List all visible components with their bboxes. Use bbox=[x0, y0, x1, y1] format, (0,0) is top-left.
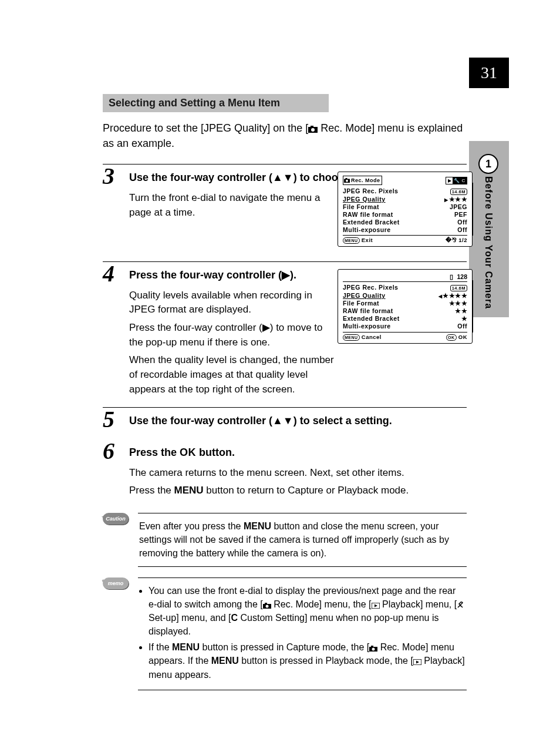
lcd-footer: MENU Cancel OK OK bbox=[343, 332, 467, 341]
step-description: Press the MENU button to return to Captu… bbox=[129, 483, 467, 498]
lcd-menu-row: File Format★★★ bbox=[343, 300, 467, 307]
memo-callout: ✎memo You can use the front e-dial to di… bbox=[103, 577, 467, 690]
caution-icon: ✦Caution bbox=[103, 513, 129, 525]
memo-text: You can use the front e-dial to display … bbox=[138, 577, 467, 690]
lcd-menu-row: RAW file formatPEF bbox=[343, 210, 467, 218]
camera-icon bbox=[263, 603, 271, 609]
lcd-menu-row: Extended BracketOff bbox=[343, 218, 467, 226]
svg-point-8 bbox=[265, 605, 268, 607]
camera-icon bbox=[344, 178, 350, 183]
lcd-scrollbar bbox=[472, 183, 473, 236]
ok-button-icon: OK bbox=[446, 334, 457, 341]
lcd-menu-row: JPEG Rec. Pixels14.6M bbox=[343, 187, 467, 195]
playback-icon bbox=[372, 603, 380, 609]
svg-rect-1 bbox=[311, 126, 313, 127]
lcd-menu-row: Multi-exposureOff bbox=[343, 323, 467, 330]
svg-rect-7 bbox=[265, 603, 267, 605]
step-number: 5 bbox=[103, 408, 114, 431]
step-description: Press the four-way controller (▶) to mov… bbox=[129, 321, 329, 350]
page-number-badge: 31 bbox=[469, 58, 509, 88]
lcd-screen-1: Rec. Mode ▶🔧C JPEG Rec. Pixels14.6MJPEG … bbox=[338, 172, 473, 247]
step-description: When the quality level is changed, the n… bbox=[129, 353, 340, 397]
caution-callout: ✦Caution Even after you press the MENU b… bbox=[103, 513, 467, 567]
svg-marker-10 bbox=[375, 604, 377, 607]
step-title: Use the four-way controller (▲▼) to sele… bbox=[129, 414, 467, 428]
svg-rect-4 bbox=[346, 178, 348, 179]
step-title: Press the OK button. bbox=[129, 445, 467, 460]
section-heading: Selecting and Setting a Menu Item bbox=[103, 94, 329, 112]
step-description: The camera returns to the menu screen. N… bbox=[129, 466, 467, 481]
lcd-screen-2: ▯ 128 JPEG Rec. Pixels14.6MJPEG Quality★… bbox=[338, 269, 473, 344]
image-count: 128 bbox=[457, 273, 467, 280]
lcd-menu-row: Extended Bracket★ bbox=[343, 315, 467, 323]
manual-page: 31 1 Before Using Your Camera Selecting … bbox=[0, 0, 560, 732]
step-description: Quality levels available when recording … bbox=[129, 288, 329, 317]
menu-button-icon: MENU bbox=[343, 334, 360, 341]
lcd-scrollbar bbox=[472, 280, 473, 333]
lcd-menu-row: JPEG Quality★★★ bbox=[343, 195, 467, 203]
lcd-menu-row: JPEG Quality★★★★ bbox=[343, 292, 467, 300]
svg-point-5 bbox=[346, 180, 348, 182]
lcd-menu-row: RAW file format★★ bbox=[343, 307, 467, 315]
lcd-menu-row: JPEG Rec. Pixels14.6M bbox=[343, 284, 467, 292]
caution-text: Even after you press the MENU button and… bbox=[138, 513, 467, 567]
step-3: 3 Use the four-way controller (▲▼) to ch… bbox=[103, 164, 467, 220]
chapter-number-circle: 1 bbox=[478, 154, 498, 174]
ok-label: OK bbox=[180, 446, 196, 458]
svg-point-2 bbox=[311, 128, 315, 132]
lcd-tab-icons: ▶🔧C bbox=[446, 176, 467, 184]
step-5: 5 Use the four-way controller (▲▼) to se… bbox=[103, 407, 467, 428]
page-content: Selecting and Setting a Menu Item Proced… bbox=[103, 94, 467, 690]
lcd-menu-row: File FormatJPEG bbox=[343, 203, 467, 210]
step-6: 6 Press the OK button. The camera return… bbox=[103, 439, 467, 498]
step-number: 4 bbox=[103, 262, 114, 286]
step-number: 6 bbox=[103, 439, 114, 463]
memo-bullet-2: If the MENU button is pressed in Capture… bbox=[149, 640, 465, 681]
memo-icon: ✎memo bbox=[103, 577, 129, 589]
chapter-title-vertical: Before Using Your Camera bbox=[483, 176, 494, 309]
menu-button-icon: MENU bbox=[343, 237, 360, 244]
step-4: 4 Press the four-way controller (▶). Qua… bbox=[103, 261, 467, 397]
svg-rect-12 bbox=[371, 646, 373, 647]
step-description: Turn the front e-dial to navigate the me… bbox=[129, 191, 329, 220]
camera-icon bbox=[369, 646, 377, 652]
setup-icon bbox=[457, 602, 464, 609]
card-icon: ▯ bbox=[450, 273, 453, 280]
camera-icon bbox=[308, 126, 318, 133]
lcd-title-text: Rec. Mode bbox=[351, 177, 380, 183]
step-number: 3 bbox=[103, 164, 114, 188]
intro-paragraph: Procedure to set the [JPEG Quality] on t… bbox=[103, 120, 467, 151]
lcd-title: Rec. Mode bbox=[343, 176, 382, 185]
svg-point-13 bbox=[372, 648, 375, 651]
lcd-menu-row: Multi-exposureOff bbox=[343, 226, 467, 233]
memo-bullet-1: You can use the front e-dial to display … bbox=[149, 584, 465, 639]
lcd-footer: MENU Exit �⅋ 1/2 bbox=[343, 235, 467, 244]
menu-label: MENU bbox=[174, 485, 204, 496]
svg-marker-15 bbox=[416, 661, 419, 664]
playback-icon bbox=[413, 659, 421, 665]
